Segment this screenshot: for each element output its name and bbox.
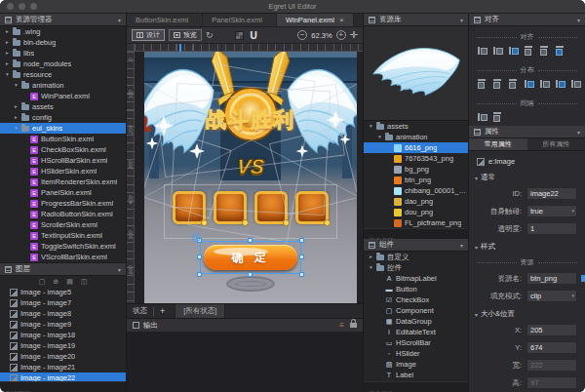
components-search-input[interactable] — [364, 389, 468, 392]
design-canvas[interactable]: 战斗胜利 VS 确 定 — [135, 52, 363, 303]
layer-item[interactable]: Image - image18 — [0, 330, 126, 340]
tab-common-properties[interactable]: 常用属性 — [469, 138, 527, 150]
expander-arrow-icon[interactable]: ▾ — [378, 132, 385, 142]
item-slot[interactable] — [214, 191, 247, 224]
id-field[interactable]: image22 — [526, 187, 577, 200]
component-item[interactable]: ▸ 自定义 — [364, 252, 468, 262]
expander-arrow-icon[interactable]: ▸ — [15, 101, 21, 112]
layer-item[interactable]: Image - image7 — [0, 297, 126, 308]
tree-item[interactable]: ▾ eui_skins — [0, 123, 126, 134]
spacing-v-icon[interactable] — [492, 111, 503, 122]
section-size-position[interactable]: 大小&位置 — [475, 309, 579, 319]
item-slot[interactable] — [254, 191, 288, 224]
align-header[interactable]: 对齐 ▾ — [469, 14, 585, 26]
resource-item[interactable]: dao_png — [364, 196, 468, 207]
layer-item[interactable]: Image - image21 — [0, 362, 126, 372]
component-item[interactable]: I EditableText — [364, 327, 468, 337]
expander-arrow-icon[interactable]: ▸ — [6, 37, 13, 48]
tree-item[interactable]: RadioButtonSkin.exml — [0, 209, 126, 219]
editor-tab[interactable]: PanelSkin.exml — [203, 14, 277, 26]
align-top-icon[interactable] — [524, 45, 534, 56]
layer-item[interactable]: Image - image8 — [0, 308, 126, 319]
selection-handle[interactable] — [299, 255, 304, 259]
zoom-out-icon[interactable]: − — [297, 30, 307, 40]
zoom-in-icon[interactable]: + — [336, 30, 346, 40]
resource-item[interactable]: chibang_00001_png — [364, 185, 468, 196]
tree-item[interactable]: ▸ assets — [0, 101, 126, 112]
design-mode-button[interactable]: 设计 — [132, 29, 165, 41]
expander-arrow-icon[interactable]: ▾ — [370, 121, 376, 132]
chevron-down-icon[interactable]: ▾ — [118, 17, 121, 23]
resource-item[interactable]: dou_png — [364, 207, 468, 217]
expander-arrow-icon[interactable]: ▾ — [15, 123, 21, 134]
chevron-down-icon[interactable]: ▾ — [577, 17, 580, 23]
component-item[interactable]: ▬ Button — [364, 284, 468, 294]
tree-item[interactable]: ▸ .wing — [0, 26, 126, 37]
explorer-header[interactable]: 资源管理器 ▾ — [0, 14, 126, 26]
close-icon[interactable]: × — [339, 17, 344, 24]
all-states-tab[interactable]: [所有状态] — [175, 304, 225, 319]
expander-arrow-icon[interactable]: ▸ — [6, 48, 13, 59]
tree-item[interactable]: ▸ node_modules — [0, 59, 126, 69]
lock-scroll-icon[interactable] — [350, 323, 357, 328]
tree-item[interactable]: TextInputSkin.exml — [0, 230, 126, 241]
selection-handle[interactable] — [248, 238, 253, 243]
editor-tab[interactable]: WinPanel.exml × — [277, 14, 354, 26]
chevron-down-icon[interactable]: ▾ — [460, 17, 463, 23]
tree-item[interactable]: ▾ animation — [0, 80, 126, 91]
align-bottom-icon[interactable] — [555, 45, 566, 56]
preview-mode-button[interactable]: 预览 — [169, 29, 202, 41]
components-header[interactable]: 组件 ▾ — [364, 239, 468, 252]
component-item[interactable]: ▦ DataGroup — [364, 316, 468, 327]
component-item[interactable]: ☑ CheckBox — [364, 294, 468, 305]
selection-handle[interactable] — [248, 272, 253, 277]
component-item[interactable]: ◦ HSlider — [364, 348, 468, 359]
component-item[interactable]: ▢ Component — [364, 305, 468, 316]
library-header[interactable]: 资源库 ▾ — [364, 14, 468, 26]
layer-item[interactable]: Image - image20 — [0, 351, 126, 362]
width-field[interactable]: 222 — [526, 359, 577, 372]
align-right-icon[interactable] — [508, 45, 519, 56]
component-item[interactable]: ▨ Image — [364, 359, 468, 370]
height-field[interactable]: 97 — [526, 376, 577, 389]
properties-header[interactable]: 属性 ▾ — [469, 126, 585, 138]
align-left-icon[interactable] — [477, 45, 488, 56]
y-field[interactable]: 674 — [526, 341, 577, 354]
output-console[interactable] — [127, 332, 363, 392]
tab-all-properties[interactable]: 所有属性 — [527, 138, 585, 150]
layer-item[interactable]: Image - image5 — [0, 287, 126, 297]
anchor-point-handle[interactable] — [192, 233, 201, 242]
component-item[interactable]: T Label — [364, 370, 468, 380]
expander-arrow-icon[interactable]: ▸ — [6, 26, 13, 37]
resource-item[interactable]: 76763543_png — [364, 153, 468, 164]
expander-arrow-icon[interactable]: ▸ — [370, 252, 376, 262]
expander-arrow-icon[interactable]: ▸ — [15, 112, 21, 123]
expander-arrow-icon[interactable]: ▸ — [6, 59, 13, 69]
tree-item[interactable]: ▸ bin-debug — [0, 37, 126, 48]
chevron-down-icon[interactable]: ▾ — [577, 129, 580, 136]
design-stage[interactable]: 战斗胜利 VS 确 定 — [144, 52, 357, 303]
pick-resource-button[interactable] — [581, 275, 585, 282]
tree-item[interactable]: ScrollerSkin.exml — [0, 219, 126, 230]
filter-output-icon[interactable]: ≡ — [339, 322, 344, 330]
tree-item[interactable]: ButtonSkin.exml — [0, 134, 126, 144]
fill-mode-select[interactable]: clip — [526, 290, 577, 302]
component-item[interactable]: ▾ 控件 — [364, 262, 468, 273]
pan-tool-icon[interactable]: ✛ — [350, 30, 358, 40]
selection-handle[interactable] — [299, 272, 304, 277]
tree-item[interactable]: HScrollBarSkin.exml — [0, 155, 126, 166]
tree-item[interactable]: CheckBoxSkin.exml — [0, 144, 126, 155]
zoom-level[interactable]: 62.3% — [311, 31, 332, 40]
layer-item[interactable]: Image - image22 — [0, 372, 126, 381]
selection-handle[interactable] — [299, 238, 304, 243]
resource-item[interactable]: bg_png — [364, 164, 468, 175]
grid-toggle-icon[interactable] — [235, 31, 244, 40]
tree-item[interactable]: ProgressBarSkin.exml — [0, 198, 126, 209]
x-field[interactable]: 205 — [526, 324, 577, 336]
delete-layer-icon[interactable]: ▢ — [39, 278, 46, 286]
tree-item[interactable]: ▾ resource — [0, 69, 126, 80]
output-header[interactable]: 输出 ≡ — [127, 318, 363, 332]
export-layer-icon[interactable]: ▤ — [66, 278, 73, 286]
layer-options-icon[interactable]: ◫ — [81, 278, 88, 286]
align-middle-v-icon[interactable] — [539, 45, 550, 56]
